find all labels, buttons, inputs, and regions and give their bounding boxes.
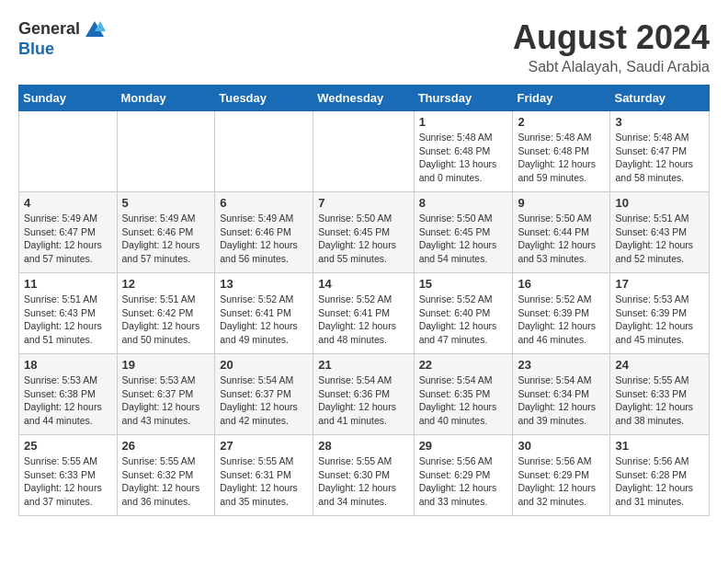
day-number: 20: [220, 358, 308, 372]
calendar-cell: 12Sunrise: 5:51 AM Sunset: 6:42 PM Dayli…: [117, 273, 215, 354]
calendar-cell: 30Sunrise: 5:56 AM Sunset: 6:29 PM Dayli…: [513, 435, 610, 516]
day-number: 31: [615, 439, 704, 453]
calendar-cell: 6Sunrise: 5:49 AM Sunset: 6:46 PM Daylig…: [215, 192, 313, 273]
day-info: Sunrise: 5:56 AM Sunset: 6:29 PM Dayligh…: [419, 454, 508, 509]
weekday-header: Saturday: [610, 86, 710, 111]
day-number: 21: [318, 358, 408, 372]
calendar-cell: 23Sunrise: 5:54 AM Sunset: 6:34 PM Dayli…: [513, 354, 610, 435]
calendar-cell: [117, 111, 215, 192]
page-header: General Blue August 2024 Sabt Alalayah, …: [18, 18, 710, 75]
day-number: 5: [122, 196, 210, 210]
day-info: Sunrise: 5:50 AM Sunset: 6:45 PM Dayligh…: [318, 212, 408, 266]
day-number: 10: [615, 196, 704, 210]
calendar-cell: 16Sunrise: 5:52 AM Sunset: 6:39 PM Dayli…: [513, 273, 610, 354]
calendar-cell: 27Sunrise: 5:55 AM Sunset: 6:31 PM Dayli…: [215, 435, 313, 516]
day-number: 30: [518, 439, 605, 453]
day-info: Sunrise: 5:48 AM Sunset: 6:47 PM Dayligh…: [615, 131, 704, 185]
day-number: 25: [24, 439, 112, 453]
calendar-cell: 26Sunrise: 5:55 AM Sunset: 6:32 PM Dayli…: [117, 435, 215, 516]
calendar-week-row: 1Sunrise: 5:48 AM Sunset: 6:48 PM Daylig…: [19, 111, 710, 192]
day-number: 16: [518, 277, 605, 291]
day-number: 28: [318, 439, 408, 453]
weekday-header: Tuesday: [215, 86, 313, 111]
day-info: Sunrise: 5:53 AM Sunset: 6:38 PM Dayligh…: [24, 373, 112, 428]
day-info: Sunrise: 5:51 AM Sunset: 6:43 PM Dayligh…: [24, 293, 112, 347]
calendar-cell: 1Sunrise: 5:48 AM Sunset: 6:48 PM Daylig…: [414, 111, 513, 192]
day-info: Sunrise: 5:50 AM Sunset: 6:44 PM Dayligh…: [518, 212, 605, 266]
day-info: Sunrise: 5:51 AM Sunset: 6:42 PM Dayligh…: [122, 293, 210, 347]
title-block: August 2024 Sabt Alalayah, Saudi Arabia: [513, 18, 710, 75]
calendar-cell: 25Sunrise: 5:55 AM Sunset: 6:33 PM Dayli…: [19, 435, 118, 516]
day-info: Sunrise: 5:54 AM Sunset: 6:35 PM Dayligh…: [419, 373, 508, 428]
calendar-cell: 14Sunrise: 5:52 AM Sunset: 6:41 PM Dayli…: [313, 273, 414, 354]
day-info: Sunrise: 5:54 AM Sunset: 6:37 PM Dayligh…: [220, 373, 308, 428]
day-info: Sunrise: 5:52 AM Sunset: 6:41 PM Dayligh…: [220, 293, 308, 347]
calendar-cell: 20Sunrise: 5:54 AM Sunset: 6:37 PM Dayli…: [215, 354, 313, 435]
day-info: Sunrise: 5:51 AM Sunset: 6:43 PM Dayligh…: [615, 212, 704, 266]
day-info: Sunrise: 5:56 AM Sunset: 6:29 PM Dayligh…: [518, 454, 605, 509]
day-number: 27: [220, 439, 308, 453]
day-number: 7: [318, 196, 408, 210]
logo-icon: [84, 18, 106, 40]
weekday-header: Friday: [513, 86, 610, 111]
day-info: Sunrise: 5:49 AM Sunset: 6:46 PM Dayligh…: [220, 212, 308, 266]
calendar-cell: [313, 111, 414, 192]
logo-general-text: General: [18, 20, 80, 39]
day-info: Sunrise: 5:48 AM Sunset: 6:48 PM Dayligh…: [419, 131, 508, 185]
calendar-cell: 22Sunrise: 5:54 AM Sunset: 6:35 PM Dayli…: [414, 354, 513, 435]
day-info: Sunrise: 5:55 AM Sunset: 6:30 PM Dayligh…: [318, 454, 408, 509]
calendar-cell: 2Sunrise: 5:48 AM Sunset: 6:48 PM Daylig…: [513, 111, 610, 192]
day-info: Sunrise: 5:50 AM Sunset: 6:45 PM Dayligh…: [419, 212, 508, 266]
calendar-cell: 4Sunrise: 5:49 AM Sunset: 6:47 PM Daylig…: [19, 192, 118, 273]
day-info: Sunrise: 5:55 AM Sunset: 6:33 PM Dayligh…: [615, 373, 704, 428]
calendar-cell: [215, 111, 313, 192]
weekday-header: Thursday: [414, 86, 513, 111]
day-number: 29: [419, 439, 508, 453]
weekday-header: Monday: [117, 86, 215, 111]
day-number: 13: [220, 277, 308, 291]
day-number: 18: [24, 358, 112, 372]
day-number: 4: [24, 196, 112, 210]
calendar-cell: 18Sunrise: 5:53 AM Sunset: 6:38 PM Dayli…: [19, 354, 118, 435]
day-number: 15: [419, 277, 508, 291]
calendar-cell: 24Sunrise: 5:55 AM Sunset: 6:33 PM Dayli…: [610, 354, 710, 435]
day-number: 26: [122, 439, 210, 453]
day-info: Sunrise: 5:53 AM Sunset: 6:39 PM Dayligh…: [615, 293, 704, 347]
calendar-cell: 31Sunrise: 5:56 AM Sunset: 6:28 PM Dayli…: [610, 435, 710, 516]
day-number: 6: [220, 196, 308, 210]
calendar-week-row: 25Sunrise: 5:55 AM Sunset: 6:33 PM Dayli…: [19, 435, 710, 516]
day-number: 14: [318, 277, 408, 291]
calendar-cell: 8Sunrise: 5:50 AM Sunset: 6:45 PM Daylig…: [414, 192, 513, 273]
day-number: 9: [518, 196, 605, 210]
day-info: Sunrise: 5:55 AM Sunset: 6:32 PM Dayligh…: [122, 454, 210, 509]
calendar-cell: 9Sunrise: 5:50 AM Sunset: 6:44 PM Daylig…: [513, 192, 610, 273]
calendar-week-row: 4Sunrise: 5:49 AM Sunset: 6:47 PM Daylig…: [19, 192, 710, 273]
day-number: 11: [24, 277, 112, 291]
weekday-header: Wednesday: [313, 86, 414, 111]
logo-blue-text: Blue: [18, 40, 106, 59]
calendar-cell: 3Sunrise: 5:48 AM Sunset: 6:47 PM Daylig…: [610, 111, 710, 192]
day-number: 19: [122, 358, 210, 372]
day-info: Sunrise: 5:54 AM Sunset: 6:36 PM Dayligh…: [318, 373, 408, 428]
weekday-header: Sunday: [19, 86, 118, 111]
day-info: Sunrise: 5:55 AM Sunset: 6:33 PM Dayligh…: [24, 454, 112, 509]
month-year-title: August 2024: [513, 18, 710, 57]
day-number: 1: [419, 115, 508, 129]
day-info: Sunrise: 5:49 AM Sunset: 6:46 PM Dayligh…: [122, 212, 210, 266]
calendar-header-row: SundayMondayTuesdayWednesdayThursdayFrid…: [19, 86, 710, 111]
calendar-cell: 10Sunrise: 5:51 AM Sunset: 6:43 PM Dayli…: [610, 192, 710, 273]
calendar-week-row: 11Sunrise: 5:51 AM Sunset: 6:43 PM Dayli…: [19, 273, 710, 354]
calendar-cell: 29Sunrise: 5:56 AM Sunset: 6:29 PM Dayli…: [414, 435, 513, 516]
location-subtitle: Sabt Alalayah, Saudi Arabia: [513, 59, 710, 75]
day-info: Sunrise: 5:53 AM Sunset: 6:37 PM Dayligh…: [122, 373, 210, 428]
calendar-cell: 21Sunrise: 5:54 AM Sunset: 6:36 PM Dayli…: [313, 354, 414, 435]
calendar-cell: 7Sunrise: 5:50 AM Sunset: 6:45 PM Daylig…: [313, 192, 414, 273]
calendar-cell: 5Sunrise: 5:49 AM Sunset: 6:46 PM Daylig…: [117, 192, 215, 273]
calendar-cell: 13Sunrise: 5:52 AM Sunset: 6:41 PM Dayli…: [215, 273, 313, 354]
day-info: Sunrise: 5:52 AM Sunset: 6:39 PM Dayligh…: [518, 293, 605, 347]
day-info: Sunrise: 5:55 AM Sunset: 6:31 PM Dayligh…: [220, 454, 308, 509]
day-number: 3: [615, 115, 704, 129]
calendar-cell: [19, 111, 118, 192]
day-info: Sunrise: 5:52 AM Sunset: 6:41 PM Dayligh…: [318, 293, 408, 347]
calendar-cell: 15Sunrise: 5:52 AM Sunset: 6:40 PM Dayli…: [414, 273, 513, 354]
